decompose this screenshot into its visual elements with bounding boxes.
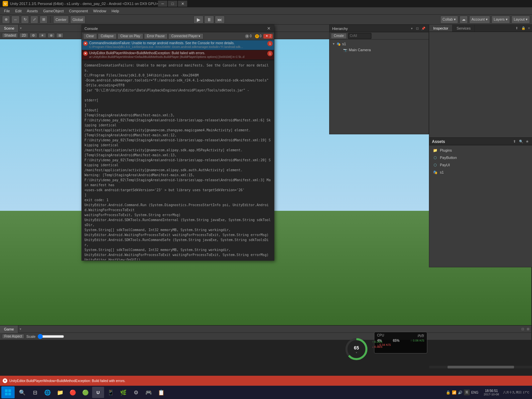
taskbar-app7[interactable]: 📋	[155, 387, 167, 398]
tool-rotate[interactable]: ↻	[21, 16, 29, 24]
start-button[interactable]	[1, 386, 15, 398]
tool-transform[interactable]: ⊕	[2, 16, 10, 24]
tray-volume[interactable]: 🔊	[458, 390, 463, 395]
console-error-pause[interactable]: Error Pause	[144, 33, 168, 39]
account-dropdown[interactable]: Account ▾	[469, 16, 490, 24]
taskbar-app5[interactable]: ⚙	[130, 387, 142, 398]
aspect-dropdown[interactable]: Free Aspect	[2, 334, 24, 339]
scene-camera[interactable]: ⊞	[56, 33, 64, 38]
asset-s1[interactable]: 🎭 s1	[431, 169, 531, 176]
minimize-button[interactable]: ─	[158, 1, 167, 7]
console-clear-play[interactable]: Clear on Play	[117, 33, 143, 39]
tab-game[interactable]: Game	[0, 326, 18, 333]
asset-paybutton[interactable]: ⬡ PayButton	[431, 154, 531, 161]
menu-assets[interactable]: Assets	[24, 8, 41, 14]
close-button[interactable]: ✕	[178, 1, 187, 7]
layers-dropdown[interactable]: Layers ▾	[491, 16, 510, 24]
taskbar-task-view[interactable]: ⊟	[29, 387, 41, 398]
inspector-lock[interactable]: 🔒	[521, 26, 526, 30]
tray-lock[interactable]: 🔒	[446, 390, 451, 395]
hierarchy-dock[interactable]: ▾	[410, 27, 414, 30]
tray-lang[interactable]: 英	[464, 389, 470, 395]
task-view-icon: ⊟	[31, 388, 39, 396]
collab-button[interactable]: Collab ▾	[440, 16, 458, 24]
taskbar-unity[interactable]: U	[92, 387, 104, 398]
console-connected-player[interactable]: Connected Player ▾	[168, 33, 203, 39]
hierarchy-search[interactable]	[350, 34, 370, 38]
assets-search[interactable]: 🔍	[518, 140, 524, 143]
game-dock-pin[interactable]: ▾	[18, 327, 23, 331]
game-fullscreen[interactable]: ⊞	[526, 327, 530, 331]
hierarchy-maximize[interactable]: ⊡	[415, 27, 419, 30]
assets-up[interactable]: ⬆	[512, 140, 517, 143]
tray-network[interactable]: 📶	[452, 390, 457, 395]
taskbar-search[interactable]: 🔍	[16, 387, 28, 398]
menu-window[interactable]: Window	[90, 8, 109, 14]
hierarchy-camera-item[interactable]: 📷 Main Camera	[331, 47, 427, 53]
taskbar-app6[interactable]: 🎮	[143, 387, 155, 398]
scene-icon: 🎭	[336, 42, 341, 46]
menu-component[interactable]: Component	[66, 8, 90, 14]
error-count-badge[interactable]: ✕ 2	[263, 34, 273, 39]
info-count-badge[interactable]: i 0	[244, 34, 253, 39]
pause-button[interactable]: ⏸	[204, 16, 214, 24]
menu-file[interactable]: File	[1, 8, 13, 14]
hierarchy-create[interactable]: Create	[331, 33, 347, 39]
menu-edit[interactable]: Edit	[13, 8, 24, 14]
assets-star[interactable]: ★	[525, 140, 529, 143]
asset-payui[interactable]: ⬡ PayUI	[431, 161, 531, 169]
inspector-pin[interactable]: ≡	[527, 26, 531, 30]
assets-scrollbar[interactable]	[429, 366, 532, 368]
global-toggle[interactable]: Global	[70, 16, 85, 24]
console-detail[interactable]: CommandInvokationFailure: Unable to merg…	[82, 60, 274, 260]
center-toggle[interactable]: Center	[53, 16, 69, 24]
camera-icon: 📷	[343, 48, 347, 52]
taskbar-explorer[interactable]: 📁	[54, 387, 66, 398]
hierarchy-pin[interactable]: 📌	[421, 27, 426, 30]
tool-move[interactable]: ↔	[11, 16, 20, 24]
asset-plugins[interactable]: 📁 Plugins	[431, 147, 531, 154]
hierarchy-scene-item[interactable]: ▼ 🎭 s1	[331, 41, 427, 47]
play-button[interactable]: ▶	[194, 16, 203, 24]
shading-dropdown[interactable]: Shaded	[2, 33, 18, 38]
inspector-dock[interactable]: ⬆	[514, 26, 519, 30]
scene-2d[interactable]: 2D	[19, 33, 28, 38]
console-close-button[interactable]: ✕	[266, 26, 271, 31]
game-maximize[interactable]: ⊡	[521, 327, 525, 331]
tool-scale[interactable]: ⤢	[30, 16, 38, 24]
layout-dropdown[interactable]: Layout ▾	[511, 16, 530, 24]
hierarchy-panel: Hierarchy ▾ ⊡ 📌 Create ▼ 🎭 s1 📷 Main Cam	[329, 25, 429, 134]
menu-gameobject[interactable]: GameObject	[41, 8, 66, 14]
scene-fx[interactable]: ⊕	[48, 33, 55, 38]
warning-count-badge[interactable]: ! 0	[254, 34, 263, 39]
hierarchy-title: Hierarchy	[332, 27, 348, 31]
warning-icon: !	[255, 34, 259, 38]
menu-help[interactable]: Help	[109, 8, 122, 14]
tray-input[interactable]: ENG	[471, 391, 478, 394]
taskbar-edge[interactable]: 🌐	[42, 387, 54, 398]
console-message-0[interactable]: ✕ CommandInvokationFailure: Unable to me…	[82, 40, 274, 50]
scene-dock-pin[interactable]: ▾	[19, 26, 23, 30]
taskbar-clock[interactable]: 18:56:51 2017-10-08	[481, 389, 502, 396]
scene-lighting[interactable]: ☀	[39, 33, 46, 38]
taskbar-app1[interactable]: 🔴	[67, 387, 79, 398]
taskbar-app3[interactable]: 📱	[105, 387, 117, 398]
tab-services[interactable]: Services	[453, 25, 475, 32]
toolbar-right: Collab ▾ ☁ Account ▾ Layers ▾ Layout ▾	[440, 16, 530, 24]
hierarchy-camera-name: Main Camera	[349, 48, 371, 52]
console-collapse[interactable]: Collapse	[98, 33, 117, 39]
step-button[interactable]: ⏭	[215, 16, 225, 24]
scene-settings[interactable]: ⚙	[30, 33, 37, 38]
console-message-1[interactable]: ✕ UnityEditor.BuildPlayerWindow+BuildMet…	[82, 50, 274, 60]
maximize-button[interactable]: □	[168, 1, 177, 7]
tab-scene[interactable]: Scene	[0, 25, 19, 32]
tab-inspector[interactable]: Inspector	[429, 25, 453, 32]
taskbar-app4[interactable]: 🌿	[117, 387, 129, 398]
tool-rect[interactable]: ⊞	[40, 16, 48, 24]
cloud-button[interactable]: ☁	[460, 16, 468, 24]
scrollbar-thumb[interactable]	[448, 366, 514, 368]
assets-title-bar: Assets ⬆ 🔍 ★	[429, 138, 532, 145]
taskbar-app2[interactable]: 🟢	[79, 387, 91, 398]
console-clear[interactable]: Clear	[83, 33, 97, 39]
scale-slider[interactable]	[38, 334, 64, 339]
